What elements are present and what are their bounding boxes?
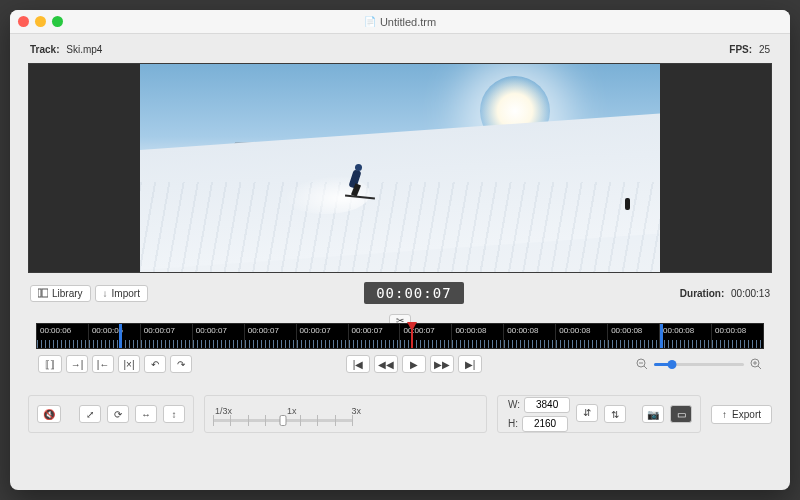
clear-range-icon: |×| <box>123 359 134 370</box>
bracket-both-icon: ⟦⟧ <box>45 359 55 370</box>
set-in-button[interactable]: →| <box>66 355 88 373</box>
fps-value: 25 <box>759 44 770 55</box>
speed-slider-group: 1/3x 1x 3x <box>213 406 363 422</box>
expand-button[interactable]: ⤢ <box>79 405 101 423</box>
titlebar: 📄 Untitled.trm <box>10 10 790 34</box>
zoom-controls <box>636 358 762 370</box>
maximize-icon[interactable] <box>52 16 63 27</box>
speed-slider[interactable] <box>213 419 353 422</box>
library-button[interactable]: Library <box>30 285 91 302</box>
audio-transform-panel: 🔇 ⤢ ⟳ ↔ ↕ <box>28 395 194 433</box>
flip-horizontal-icon: ↔ <box>141 409 151 420</box>
playhead[interactable] <box>407 322 418 333</box>
set-out-icon: |← <box>97 359 110 370</box>
height-input[interactable] <box>522 416 568 432</box>
flip-h-button[interactable]: ↔ <box>135 405 157 423</box>
step-forward-button[interactable]: ▶▶ <box>430 355 454 373</box>
swap-icon: ⇅ <box>611 409 619 420</box>
redo-button[interactable]: ↷ <box>170 355 192 373</box>
tick-label: 00:00:08 <box>507 326 538 335</box>
go-start-icon: |◀ <box>353 359 364 370</box>
mute-icon: 🔇 <box>43 409 55 420</box>
go-start-button[interactable]: |◀ <box>346 355 370 373</box>
tick-label: 00:00:08 <box>611 326 642 335</box>
svg-line-3 <box>644 366 647 369</box>
library-label: Library <box>52 288 83 299</box>
set-in-icon: →| <box>71 359 84 370</box>
clear-range-button[interactable]: |×| <box>118 355 140 373</box>
speed-thumb[interactable] <box>280 415 287 426</box>
mute-button[interactable]: 🔇 <box>37 405 61 423</box>
close-icon[interactable] <box>18 16 29 27</box>
content: Track: Ski.mp4 FPS: 25 <box>10 34 790 490</box>
timeline-ruler[interactable]: 00:00:06 00:00:06 00:00:07 00:00:07 00:0… <box>36 323 764 349</box>
minimize-icon[interactable] <box>35 16 46 27</box>
go-end-icon: ▶| <box>465 359 476 370</box>
width-input[interactable] <box>524 397 570 413</box>
in-marker[interactable] <box>119 324 122 348</box>
frame-button[interactable]: ▭ <box>670 405 692 423</box>
tick-label: 00:00:07 <box>352 326 383 335</box>
height-label: H: <box>508 418 518 429</box>
step-forward-icon: ▶▶ <box>434 359 450 370</box>
go-end-button[interactable]: ▶| <box>458 355 482 373</box>
play-button[interactable]: ▶ <box>402 355 426 373</box>
zoom-out-icon[interactable] <box>636 358 648 370</box>
track-name: Ski.mp4 <box>66 44 102 55</box>
download-icon: ↓ <box>103 288 108 299</box>
redo-icon: ↷ <box>177 359 185 370</box>
flip-vertical-icon: ↕ <box>172 409 177 420</box>
window-title: 📄 Untitled.trm <box>364 16 436 28</box>
undo-button[interactable]: ↶ <box>144 355 166 373</box>
tick-label: 00:00:07 <box>196 326 227 335</box>
out-marker[interactable] <box>660 324 663 348</box>
svg-rect-1 <box>42 289 48 297</box>
zoom-in-icon[interactable] <box>750 358 762 370</box>
preview-toolbar: Library ↓ Import 00:00:07 Duration: 00:0… <box>28 279 772 307</box>
camera-icon: 📷 <box>647 409 659 420</box>
video-preview[interactable] <box>140 64 660 272</box>
svg-rect-0 <box>38 289 41 297</box>
import-button[interactable]: ↓ Import <box>95 285 148 302</box>
document-icon: 📄 <box>364 16 376 27</box>
tick-label: 00:00:07 <box>144 326 175 335</box>
export-label: Export <box>732 409 761 420</box>
info-row: Track: Ski.mp4 FPS: 25 <box>28 44 772 57</box>
track-label: Track: <box>30 44 59 55</box>
swap-wh-button[interactable]: ⇅ <box>604 405 626 423</box>
step-back-icon: ◀◀ <box>378 359 394 370</box>
duration-label: Duration: <box>680 288 724 299</box>
bottom-panels: 🔇 ⤢ ⟳ ↔ ↕ 1/3x 1x 3x <box>28 395 772 433</box>
window-title-text: Untitled.trm <box>380 16 436 28</box>
undo-icon: ↶ <box>151 359 159 370</box>
flip-v-button[interactable]: ↕ <box>163 405 185 423</box>
export-icon: ↑ <box>722 409 727 420</box>
step-back-button[interactable]: ◀◀ <box>374 355 398 373</box>
play-icon: ▶ <box>410 359 418 370</box>
export-button[interactable]: ↑ Export <box>711 405 772 424</box>
fps-label-group: FPS: 25 <box>729 44 770 55</box>
tick-label: 00:00:07 <box>248 326 279 335</box>
dimensions-panel: W: H: ⇵ ⇅ 📷 ▭ <box>497 395 701 433</box>
rotate-button[interactable]: ⟳ <box>107 405 129 423</box>
app-window: 📄 Untitled.trm Track: Ski.mp4 FPS: 25 <box>10 10 790 490</box>
timeline-panel: ✂ 00:00:06 00:00:06 00:00:07 00:00:07 00… <box>28 317 772 381</box>
set-out-button[interactable]: |← <box>92 355 114 373</box>
tick-label: 00:00:08 <box>715 326 746 335</box>
svg-line-6 <box>758 366 761 369</box>
snapshot-button[interactable]: 📷 <box>642 405 664 423</box>
tick-label: 00:00:07 <box>300 326 331 335</box>
tick-label: 00:00:08 <box>663 326 694 335</box>
zoom-thumb[interactable] <box>668 360 677 369</box>
select-range-button[interactable]: ⟦⟧ <box>38 355 62 373</box>
zoom-slider[interactable] <box>654 363 744 366</box>
media-buttons: Library ↓ Import <box>30 285 148 302</box>
timeline-controls: ⟦⟧ →| |← |×| ↶ ↷ |◀ ◀◀ ▶ ▶▶ ▶| <box>36 349 764 373</box>
duration-value: 00:00:13 <box>731 288 770 299</box>
timecode-display: 00:00:07 <box>364 282 463 304</box>
lock-aspect-button[interactable]: ⇵ <box>576 404 598 422</box>
tick-label: 00:00:08 <box>559 326 590 335</box>
trim-tools: ⟦⟧ →| |← |×| ↶ ↷ <box>38 355 192 373</box>
rotate-icon: ⟳ <box>114 409 122 420</box>
export-group: ↑ Export <box>711 395 772 433</box>
